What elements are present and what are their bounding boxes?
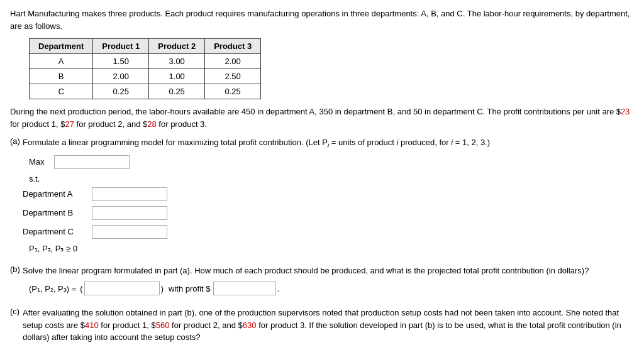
profit-paragraph: During the next production period, the l…: [10, 106, 634, 130]
dept-a-p1: 1.50: [93, 54, 149, 69]
dept-a-constraint-row: Department A: [23, 187, 634, 201]
p-tuple-input[interactable]: [84, 282, 160, 295]
dept-c-p1: 0.25: [93, 84, 149, 99]
setup-cost2: 560: [156, 320, 170, 330]
open-paren: (: [80, 284, 82, 293]
part-b-content: Solve the linear program formulated in p…: [23, 265, 634, 301]
q-text1: Formulate a linear programming model for…: [23, 138, 328, 147]
part-a-content: Formulate a linear programming model for…: [23, 136, 634, 258]
part-c-label: (c): [10, 307, 23, 316]
dept-b-constraint-row: Department B: [23, 206, 634, 220]
table-row: B 2.00 1.00 2.50: [30, 69, 261, 84]
part-c-row: (c) After evaluating the solution obtain…: [10, 307, 634, 345]
part-b-section: (b) Solve the linear program formulated …: [10, 265, 634, 301]
table-row: C 0.25 0.25 0.25: [30, 84, 261, 99]
para2-text: During the next production period, the l…: [10, 107, 621, 116]
part-c-q3: for product 2, and $: [169, 320, 242, 330]
dept-c-input[interactable]: [92, 225, 167, 239]
dept-b-p3: 2.50: [205, 69, 261, 84]
q-text4: = 1, 2, 3.): [453, 138, 490, 147]
setup-cost3: 630: [243, 320, 257, 330]
dept-c-constraint-label: Department C: [23, 227, 92, 236]
part-b-label: (b): [10, 265, 23, 274]
col-header-dept: Department: [30, 39, 93, 54]
para2-mid2: for product 2, and $: [74, 119, 147, 129]
col-header-p3: Product 3: [205, 39, 261, 54]
max-input[interactable]: [54, 155, 130, 169]
intro-text: Hart Manufacturing makes three products.…: [10, 8, 634, 32]
profit3-value: 28: [147, 119, 156, 129]
dept-c-p3: 0.25: [205, 84, 261, 99]
dept-b-p2: 1.00: [149, 69, 205, 84]
p-tuple-label: (P₁, P₂, P₃) =: [29, 284, 76, 293]
period: .: [277, 284, 280, 293]
col-header-p1: Product 1: [93, 39, 149, 54]
part-a-row: (a) Formulate a linear programming model…: [10, 136, 634, 258]
part-a-section: (a) Formulate a linear programming model…: [10, 136, 634, 258]
dept-b-constraint-label: Department B: [23, 208, 92, 217]
max-label: Max: [29, 157, 54, 167]
part-b-question: Solve the linear program formulated in p…: [23, 265, 634, 277]
dept-b-p1: 2.00: [93, 69, 149, 84]
nonneg-constraint: P₁, P₂, P₃ ≥ 0: [29, 244, 634, 253]
dept-a-constraint-label: Department A: [23, 189, 92, 199]
part-a-question: Formulate a linear programming model for…: [23, 136, 634, 150]
dept-c-constraint-row: Department C: [23, 225, 634, 239]
dept-a-p2: 3.00: [149, 54, 205, 69]
dept-b-label: B: [30, 69, 93, 84]
dept-a-p3: 2.00: [205, 54, 261, 69]
part-b-row: (b) Solve the linear program formulated …: [10, 265, 634, 301]
dept-c-p2: 0.25: [149, 84, 205, 99]
col-header-p2: Product 2: [149, 39, 205, 54]
setup-cost1: 410: [85, 320, 99, 330]
para2-end: for product 3.: [157, 119, 207, 129]
profit-input[interactable]: [213, 282, 276, 295]
part-c-q2: for product 1, $: [99, 320, 156, 330]
labor-hours-table: Department Product 1 Product 2 Product 3…: [29, 38, 261, 99]
st-label: s.t.: [29, 174, 634, 183]
profit1-value: 23: [621, 107, 630, 116]
max-row: Max: [29, 155, 634, 169]
profit2-value: 27: [65, 119, 74, 129]
with-profit-label: with profit $: [169, 284, 210, 293]
part-c-section: (c) After evaluating the solution obtain…: [10, 307, 634, 345]
dept-b-input[interactable]: [92, 206, 167, 220]
q-text2: = units of product: [329, 138, 396, 147]
part-c-content: After evaluating the solution obtained i…: [23, 307, 634, 345]
table-row: A 1.50 3.00 2.00: [30, 54, 261, 69]
dept-c-label: C: [30, 84, 93, 99]
part-b-answer-row: (P₁, P₂, P₃) = ( ) with profit $ .: [29, 282, 634, 295]
dept-a-label: A: [30, 54, 93, 69]
part-a-label: (a): [10, 136, 23, 146]
close-paren: ): [161, 284, 164, 293]
dept-a-input[interactable]: [92, 187, 167, 201]
para2-mid: for product 1, $: [10, 119, 65, 129]
part-c-question: After evaluating the solution obtained i…: [23, 307, 634, 344]
q-text3: produced, for: [398, 138, 451, 147]
